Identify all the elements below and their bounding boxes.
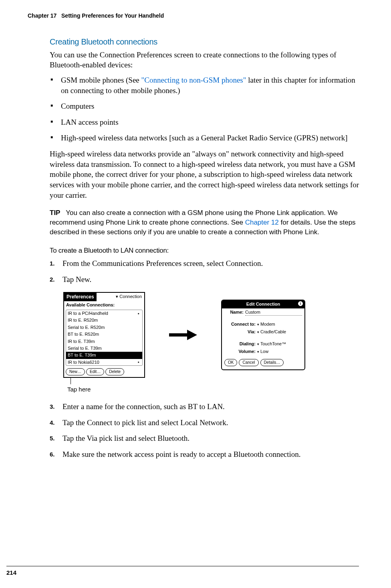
step-4: 4. Tap the Connect to pick list and sele… <box>50 418 361 428</box>
volume-label: Volume: <box>224 349 257 355</box>
chapter-title: Setting Preferences for Your Handheld <box>61 12 164 19</box>
bullet-gsm: GSM mobile phones (See "Connecting to no… <box>50 75 361 95</box>
svg-rect-0 <box>169 333 188 337</box>
scroll-up-icon[interactable]: ⬥ <box>137 311 141 316</box>
info-icon[interactable]: i <box>298 301 303 306</box>
tip-block: TIP You can also create a connection wit… <box>50 208 361 237</box>
chapter-number: Chapter 17 <box>28 12 56 19</box>
name-field[interactable]: Custom <box>245 309 302 316</box>
svg-marker-1 <box>187 330 197 340</box>
delete-button[interactable]: Delete <box>105 368 124 375</box>
list-item-selected[interactable]: BT to E. T39m <box>66 352 142 359</box>
list-item[interactable]: Serial to E. T39m <box>66 345 142 352</box>
connect-to-label: Connect to: <box>224 321 257 327</box>
list-item[interactable]: IR to E. R520m <box>66 317 142 324</box>
connection-list[interactable]: IR to a PC/Handheld IR to E. R520m Seria… <box>66 310 143 366</box>
figure-row: Preferences ▾ Connection Available Conne… <box>63 292 361 378</box>
list-item[interactable]: Serial to E. R520m <box>66 324 142 331</box>
list-item[interactable]: BT to E. R520m <box>66 331 142 338</box>
bullet-highspeed: High-speed wireless data networks [such … <box>50 133 361 143</box>
prefs-subtitle: Available Connections: <box>64 301 144 309</box>
procedure-heading: To create a Bluetooth to LAN connection: <box>50 246 361 255</box>
volume-picklist[interactable]: Low <box>257 349 302 355</box>
dialing-picklist[interactable]: TouchTone™ <box>257 341 302 347</box>
via-label: Via: <box>224 329 257 335</box>
list-item[interactable]: IR to E. T39m <box>66 338 142 345</box>
edit-button[interactable]: Edit… <box>86 368 104 375</box>
footer-rule <box>6 566 359 566</box>
tip-label: TIP <box>50 209 60 217</box>
edit-connection-panel: Edit Connection i Name: Custom Connect t… <box>221 300 305 370</box>
step-6: 6. Make sure the network access point is… <box>50 449 361 460</box>
page-number: 214 <box>6 568 16 577</box>
edit-titlebar: Edit Connection i <box>222 300 304 308</box>
tap-here-callout: Tap here <box>67 382 361 393</box>
details-button[interactable]: Details… <box>260 359 284 366</box>
link-non-gsm[interactable]: "Connecting to non-GSM phones" <box>141 76 246 84</box>
bullet-list: GSM mobile phones (See "Connecting to no… <box>50 75 361 143</box>
intro-paragraph: You can use the Connection Preferences s… <box>50 50 361 70</box>
ok-button[interactable]: OK <box>224 359 237 366</box>
via-picklist[interactable]: Cradle/Cable <box>257 329 302 335</box>
preferences-panel: Preferences ▾ Connection Available Conne… <box>63 292 145 378</box>
body-paragraph: High-speed wireless data networks provid… <box>50 149 361 200</box>
connect-to-picklist[interactable]: Modem <box>257 321 302 327</box>
scroll-arrows[interactable]: ⬥ ⬥ <box>137 311 141 365</box>
scroll-down-icon[interactable]: ⬥ <box>137 359 141 365</box>
step-2: 2. Tap New. <box>50 274 361 285</box>
cancel-button[interactable]: Cancel <box>239 359 258 366</box>
list-item[interactable]: IR to Nokia6210 <box>66 359 142 366</box>
bullet-lan: LAN access points <box>50 117 361 128</box>
name-label: Name: <box>224 309 245 315</box>
step-1: 1. From the Communications Preferences s… <box>50 258 361 269</box>
step-5: 5. Tap the Via pick list and select Blue… <box>50 433 361 444</box>
new-button[interactable]: New… <box>66 368 85 375</box>
link-chapter-12[interactable]: Chapter 12 <box>245 219 279 226</box>
prefs-title: Preferences <box>64 293 97 301</box>
prefs-category-dropdown[interactable]: ▾ Connection <box>97 293 144 300</box>
list-item[interactable]: IR to a PC/Handheld <box>66 310 142 317</box>
step-3: 3. Enter a name for the connection, such… <box>50 401 361 412</box>
section-heading: Creating Bluetooth connections <box>50 36 361 47</box>
arrow-icon <box>169 329 197 341</box>
bullet-computers: Computers <box>50 101 361 112</box>
page-header: Chapter 17 Setting Preferences for Your … <box>26 12 365 20</box>
dialing-label: Dialing: <box>224 341 257 347</box>
